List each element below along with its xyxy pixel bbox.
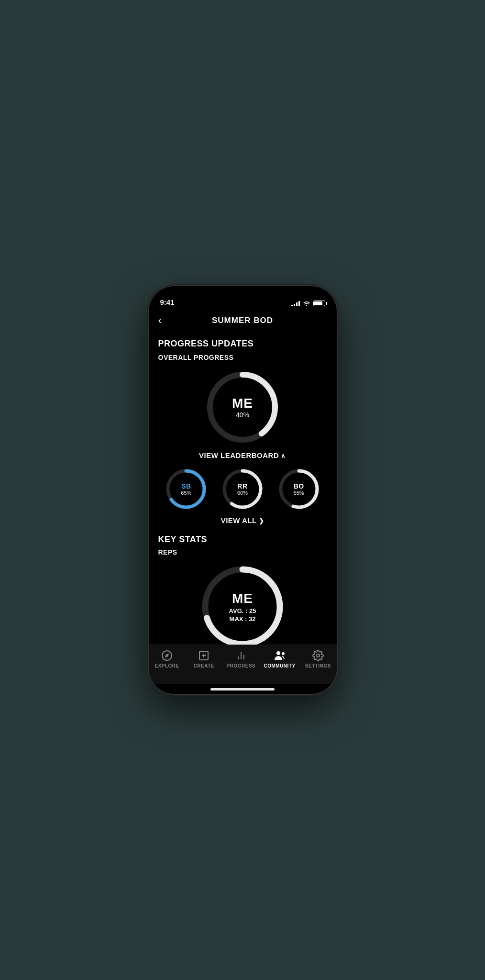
settings-label: SETTINGS xyxy=(305,663,331,668)
progress-updates-title: PROGRESS UPDATES xyxy=(158,339,327,349)
main-ring-container: ME 40% xyxy=(158,369,327,445)
compass-icon xyxy=(161,650,173,661)
reps-ring-avg: AVG. : 25 xyxy=(229,607,256,614)
progress-label: PROGRESS xyxy=(227,663,256,668)
reps-ring-name: ME xyxy=(232,591,253,606)
svg-marker-11 xyxy=(165,654,169,657)
sb-ring-percent: 65% xyxy=(181,490,191,496)
bo-ring-name: BO xyxy=(294,482,304,490)
create-label: CREATE xyxy=(194,663,214,668)
svg-point-20 xyxy=(317,654,320,657)
reps-ring-label: ME AVG. : 25 MAX : 32 xyxy=(229,591,256,623)
nav-item-community[interactable]: COMMUNITY xyxy=(264,650,295,668)
reps-ring-max: MAX : 32 xyxy=(230,615,256,623)
nav-item-explore[interactable]: EXPLORE xyxy=(153,650,181,668)
scroll-content[interactable]: PROGRESS UPDATES OVERALL PROGRESS ME 40% xyxy=(149,331,337,645)
key-stats-section: KEY STATS REPS ME AVG. : 25 MAX : 32 xyxy=(158,535,327,645)
main-ring-label: ME 40% xyxy=(232,396,253,419)
back-button[interactable]: ‹ xyxy=(156,312,164,329)
view-leaderboard-btn[interactable]: VIEW LEADERBOARD xyxy=(158,451,327,460)
signal-icon xyxy=(291,301,300,306)
nav-item-create[interactable]: CREATE xyxy=(189,650,218,668)
bottom-nav: EXPLORE CREATE PROGRESS xyxy=(149,645,337,684)
sb-ring-name: SB xyxy=(181,482,191,490)
bo-ring-label: BO 55% xyxy=(294,482,304,496)
svg-point-18 xyxy=(276,651,280,655)
notch xyxy=(214,286,271,302)
bo-ring-percent: 55% xyxy=(294,490,304,496)
reps-ring-wrapper: ME AVG. : 25 MAX : 32 xyxy=(199,564,286,645)
leaderboard-row: SB 65% RR 60% xyxy=(158,468,327,511)
overall-progress-title: OVERALL PROGRESS xyxy=(158,354,327,361)
view-leaderboard-label: VIEW LEADERBOARD xyxy=(199,451,286,459)
key-stats-title: KEY STATS xyxy=(158,535,327,545)
people-icon xyxy=(274,650,286,661)
bar-chart-icon xyxy=(235,650,247,661)
reps-title: REPS xyxy=(158,548,327,556)
progress-updates-section: PROGRESS UPDATES OVERALL PROGRESS ME 40% xyxy=(158,339,327,525)
main-ring-wrapper: ME 40% xyxy=(204,369,281,445)
status-time: 9:41 xyxy=(160,298,175,306)
plus-square-icon xyxy=(198,650,209,661)
reps-ring-container: ME AVG. : 25 MAX : 32 xyxy=(158,564,327,645)
battery-icon xyxy=(313,301,325,306)
home-indicator xyxy=(149,684,337,694)
home-bar xyxy=(210,688,275,690)
svg-point-19 xyxy=(282,652,285,655)
main-ring-name: ME xyxy=(232,396,253,411)
rr-ring-wrapper: RR 60% xyxy=(221,468,264,511)
explore-label: EXPLORE xyxy=(154,663,179,668)
rr-ring-name: RR xyxy=(237,482,248,490)
main-ring-percent: 40% xyxy=(236,411,249,419)
bo-ring-wrapper: BO 55% xyxy=(277,468,320,511)
status-icons xyxy=(291,301,325,306)
view-all-btn[interactable]: VIEW ALL xyxy=(158,516,327,525)
phone-screen: 9:41 ‹ SUMMER BOD xyxy=(149,286,337,694)
nav-item-progress[interactable]: PROGRESS xyxy=(227,650,256,668)
sb-ring-wrapper: SB 65% xyxy=(165,468,208,511)
rr-ring-label: RR 60% xyxy=(237,482,248,496)
phone-frame: 9:41 ‹ SUMMER BOD xyxy=(149,286,337,694)
sb-ring-label: SB 65% xyxy=(181,482,191,496)
page-title: SUMMER BOD xyxy=(212,316,273,325)
wifi-icon xyxy=(303,301,310,306)
community-label: COMMUNITY xyxy=(264,663,295,668)
app-header: ‹ SUMMER BOD xyxy=(149,310,337,331)
nav-item-settings[interactable]: SETTINGS xyxy=(304,650,332,668)
gear-icon xyxy=(312,650,324,661)
rr-ring-percent: 60% xyxy=(237,490,248,496)
view-all-label: VIEW ALL xyxy=(221,516,265,524)
